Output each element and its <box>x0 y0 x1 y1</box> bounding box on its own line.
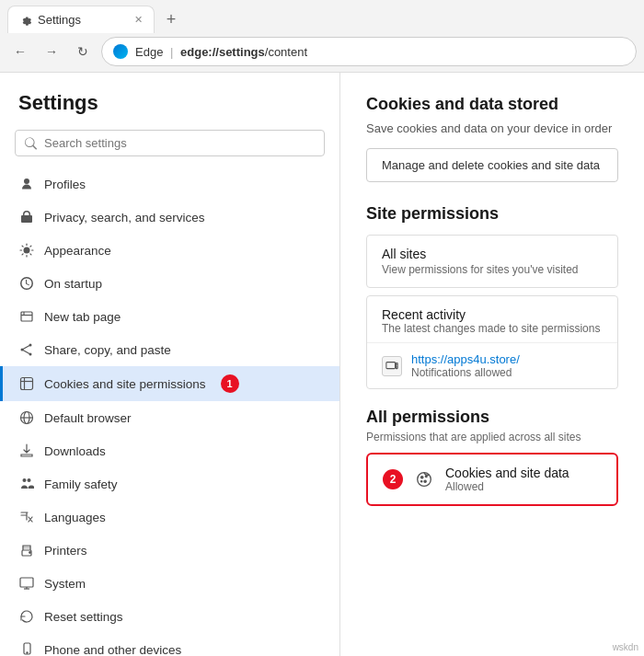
sidebar-item-startup[interactable]: On startup <box>0 267 339 300</box>
all-sites-desc: View permissions for sites you've visite… <box>382 263 603 276</box>
sidebar-item-phone-label: Phone and other devices <box>44 643 181 657</box>
appearance-icon <box>18 242 35 259</box>
reset-icon <box>18 608 35 625</box>
sidebar-item-cookies-label: Cookies and site permissions <box>44 377 206 391</box>
family-safety-icon <box>18 476 35 492</box>
address-bar-row: ← → ↻ Edge | edge://settings/content <box>0 33 644 72</box>
sidebar-item-default-browser[interactable]: Default browser <box>0 401 339 434</box>
sidebar-item-downloads-label: Downloads <box>44 444 106 458</box>
recent-activity-title: Recent activity <box>382 307 603 322</box>
sidebar-item-printers[interactable]: Printers <box>0 534 339 567</box>
content-area: Cookies and data stored Save cookies and… <box>340 73 644 656</box>
svg-point-29 <box>418 473 431 487</box>
share-icon <box>18 341 35 358</box>
svg-point-0 <box>24 247 30 254</box>
sidebar-item-appearance[interactable]: Appearance <box>0 234 339 267</box>
sidebar-item-profiles[interactable]: Profiles <box>0 167 339 201</box>
svg-rect-20 <box>20 578 33 587</box>
cookie-data-icon <box>414 469 434 489</box>
sidebar-item-system[interactable]: System <box>0 567 339 600</box>
edge-icon <box>113 44 128 59</box>
default-browser-icon <box>18 409 35 426</box>
svg-point-24 <box>27 652 28 653</box>
sidebar-item-newtab-label: New tab page <box>44 310 121 324</box>
svg-line-8 <box>22 350 30 354</box>
svg-rect-9 <box>21 378 33 390</box>
address-bar[interactable]: Edge | edge://settings/content <box>101 37 637 66</box>
svg-rect-28 <box>396 363 397 368</box>
sidebar-item-family-safety[interactable]: Family safety <box>0 467 339 501</box>
sidebar-item-downloads[interactable]: Downloads <box>0 434 339 467</box>
svg-point-16 <box>28 478 31 482</box>
all-permissions-section: All permissions Permissions that are app… <box>366 408 618 506</box>
cookies-site-data-status: Allowed <box>445 480 569 493</box>
all-permissions-desc: Permissions that are applied across all … <box>366 431 618 443</box>
recent-activity-desc: The latest changes made to site permissi… <box>382 322 603 335</box>
browser-chrome: Settings ✕ + ← → ↻ Edge | edge://setting… <box>0 0 644 73</box>
all-sites-title: All sites <box>382 247 603 261</box>
site-device-icon <box>382 356 402 376</box>
sidebar-item-languages[interactable]: Languages <box>0 501 339 534</box>
settings-tab[interactable]: Settings ✕ <box>7 6 155 33</box>
phone-icon <box>18 641 35 656</box>
svg-rect-25 <box>386 362 396 368</box>
watermark: wskdn <box>613 642 638 652</box>
svg-point-33 <box>421 481 422 482</box>
refresh-button[interactable]: ↻ <box>70 39 96 64</box>
new-tab-button[interactable]: + <box>158 6 184 32</box>
sidebar-item-share[interactable]: Share, copy, and paste <box>0 333 339 366</box>
site-url: https://apps4u.store/ <box>411 352 520 366</box>
site-entry-apps4u[interactable]: https://apps4u.store/ Notifications allo… <box>367 342 617 388</box>
startup-icon <box>18 275 35 292</box>
tab-gear-icon <box>19 14 32 27</box>
svg-point-32 <box>424 480 426 482</box>
cookies-badge: 1 <box>221 374 239 393</box>
sidebar-item-reset[interactable]: Reset settings <box>0 600 339 633</box>
privacy-icon <box>18 209 35 225</box>
system-icon <box>18 575 35 592</box>
all-permissions-title: All permissions <box>366 408 618 427</box>
sidebar-item-languages-label: Languages <box>44 511 106 524</box>
recent-activity-card: Recent activity The latest changes made … <box>366 295 618 389</box>
sidebar-item-default-browser-label: Default browser <box>44 411 132 425</box>
svg-rect-18 <box>23 547 30 548</box>
sidebar-item-startup-label: On startup <box>44 277 102 291</box>
tab-title: Settings <box>38 13 81 27</box>
sidebar-item-cookies[interactable]: Cookies and site permissions 1 <box>0 366 339 401</box>
printers-icon <box>18 542 35 558</box>
cookies-icon <box>18 375 35 392</box>
sidebar-item-privacy-label: Privacy, search, and services <box>44 211 205 224</box>
site-permissions-section: Site permissions All sites View permissi… <box>366 204 618 389</box>
address-domain: Edge | edge://settings/content <box>135 45 307 59</box>
sidebar-item-appearance-label: Appearance <box>44 244 111 258</box>
cookies-site-data-title: Cookies and site data <box>445 466 569 480</box>
sidebar-item-share-label: Share, copy, and paste <box>44 343 171 357</box>
forward-button[interactable]: → <box>39 39 64 64</box>
cookies-section: Cookies and data stored Save cookies and… <box>366 95 618 182</box>
card-badge-2: 2 <box>383 469 403 489</box>
sidebar-item-profiles-label: Profiles <box>44 178 86 191</box>
back-button[interactable]: ← <box>7 39 33 64</box>
newtab-icon <box>18 308 35 325</box>
search-icon <box>25 137 37 150</box>
cookies-site-data-card[interactable]: 2 Cookies and site data Allowed <box>366 453 618 506</box>
search-input[interactable] <box>44 136 315 150</box>
svg-point-30 <box>421 477 423 478</box>
site-status: Notifications allowed <box>411 366 520 379</box>
sidebar-item-family-safety-label: Family safety <box>44 478 118 491</box>
all-sites-card[interactable]: All sites View permissions for sites you… <box>366 235 618 288</box>
svg-rect-1 <box>21 312 32 321</box>
sidebar-item-privacy[interactable]: Privacy, search, and services <box>0 201 339 234</box>
sidebar-item-reset-label: Reset settings <box>44 610 123 624</box>
search-box[interactable] <box>15 130 325 156</box>
svg-point-15 <box>23 478 27 482</box>
svg-point-19 <box>29 552 31 554</box>
cookies-section-desc: Save cookies and data on your device in … <box>366 121 618 135</box>
manage-cookies-button[interactable]: Manage and delete cookies and site data <box>366 148 618 182</box>
sidebar-item-newtab[interactable]: New tab page <box>0 300 339 333</box>
sidebar-item-phone[interactable]: Phone and other devices <box>0 633 339 656</box>
site-permissions-title: Site permissions <box>366 204 618 224</box>
tab-close-btn[interactable]: ✕ <box>134 14 143 26</box>
downloads-icon <box>18 443 35 459</box>
sidebar: Settings Profiles Privacy, search, and s… <box>0 73 340 656</box>
